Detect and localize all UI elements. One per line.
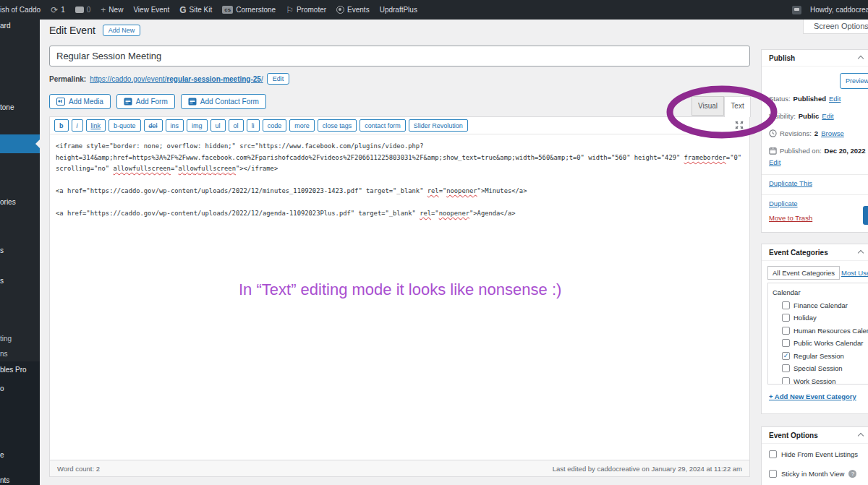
post-title-input[interactable] <box>49 46 750 66</box>
published-edit-link[interactable]: Edit <box>769 158 780 166</box>
admin-bar-site-name[interactable]: ish of Caddo <box>0 6 41 14</box>
comments-icon <box>75 7 84 13</box>
notification-chat-icon[interactable] <box>792 6 801 14</box>
option-checkbox[interactable] <box>769 450 777 458</box>
distraction-free-expand-icon[interactable] <box>734 120 744 130</box>
add-form-button[interactable]: Add Form <box>116 94 175 109</box>
category-checkbox[interactable] <box>782 301 790 309</box>
word-count-label: Word count: <box>57 465 94 473</box>
admin-bar-promoter[interactable]: ⚐Promoter <box>286 6 326 14</box>
sidebar-item-1[interactable]: s <box>0 246 4 254</box>
publish-panel: Publish Preview Changes Status: Publishe… <box>761 49 868 233</box>
admin-bar-cornerstone[interactable]: csCornerstone <box>222 6 276 14</box>
misspelled-word: rel <box>420 210 431 217</box>
collapse-caret-icon[interactable] <box>858 56 864 61</box>
misspelled-word: frameborder <box>684 154 726 161</box>
category-label: Special Session <box>793 364 843 372</box>
category-checkbox[interactable] <box>782 377 790 385</box>
admin-bar-comments[interactable]: 0 <box>75 6 91 14</box>
sidebar-item-cornerstone[interactable]: tone <box>0 103 14 111</box>
quicktag-img[interactable]: img <box>187 119 208 132</box>
code-line: <a href="https://caddo.gov/wp-content/up… <box>56 186 744 197</box>
misspelled-word: noopener <box>446 187 477 194</box>
sidebar-item-3[interactable]: ting <box>0 335 12 343</box>
sidebar-item-active[interactable] <box>0 134 40 153</box>
visibility-edit-link[interactable]: Edit <box>822 112 833 120</box>
status-edit-link[interactable]: Edit <box>829 95 841 103</box>
editor-container: bilinkb-quotedelinsimgulollicodemoreclos… <box>49 116 750 477</box>
category-label: Public Works Calendar <box>793 339 863 347</box>
quicktag-b-quote[interactable]: b-quote <box>109 119 141 132</box>
updraftplus-label: UpdraftPlus <box>380 6 417 14</box>
site-name-label: ish of Caddo <box>0 6 41 14</box>
code-line <box>56 175 744 186</box>
admin-bar-events[interactable]: Events <box>336 6 370 14</box>
quicktag-ol[interactable]: ol <box>229 119 244 132</box>
sidebar-item-2[interactable]: s <box>0 277 4 285</box>
sidebar-item-6[interactable]: e <box>0 451 4 459</box>
option-label: Sticky in Month View <box>781 470 844 478</box>
permalink-edit-button[interactable]: Edit <box>267 73 290 85</box>
move-to-trash-link[interactable]: Move to Trash <box>769 214 812 222</box>
quicktag-link[interactable]: link <box>86 119 106 132</box>
quicktag-i[interactable]: i <box>72 119 83 132</box>
duplicate-link[interactable]: Duplicate <box>769 199 798 207</box>
quicktag-Slider-Revolution[interactable]: Slider Revolution <box>409 119 468 132</box>
code-line: <a href="https://caddo.gov/wp-content/up… <box>56 208 744 220</box>
category-checkbox[interactable] <box>782 314 790 322</box>
option-checkbox[interactable] <box>769 470 777 478</box>
preview-changes-button[interactable]: Preview Changes <box>840 73 868 89</box>
help-icon[interactable]: ? <box>848 470 856 478</box>
tab-text[interactable]: Text <box>724 96 751 117</box>
quicktag-ul[interactable]: ul <box>210 119 226 132</box>
admin-bar-updates[interactable]: ⟳1 <box>51 6 65 14</box>
tab-visual[interactable]: Visual <box>692 96 724 116</box>
permalink-link[interactable]: https://caddo.gov/event/regular-session-… <box>90 75 263 83</box>
screen-options-tab[interactable]: Screen Options <box>803 20 868 34</box>
collapse-caret-icon[interactable] <box>858 433 864 439</box>
option-row-hide-from-event-listings: Hide From Event Listings <box>769 450 858 458</box>
quicktag-ins[interactable]: ins <box>166 119 184 132</box>
promoter-label: Promoter <box>297 6 326 14</box>
tab-most-used[interactable]: Most Used <box>841 269 868 277</box>
permalink-label: Permalink: <box>49 75 86 83</box>
editor-textarea[interactable]: <iframe style="border: none; overflow: h… <box>50 135 749 461</box>
quicktag-close-tags[interactable]: close tags <box>318 119 357 132</box>
admin-bar-howdy[interactable]: Howdy, caddocreative <box>810 6 868 14</box>
permalink-base: https://caddo.gov/event/ <box>90 75 166 83</box>
admin-bar-site-kit[interactable]: GSite Kit <box>179 5 212 15</box>
add-form-label: Add Form <box>136 98 168 106</box>
quicktag-code[interactable]: code <box>263 119 287 132</box>
category-checkbox[interactable] <box>782 364 790 372</box>
sidebar-item-7[interactable]: nts <box>0 476 9 484</box>
admin-bar-new[interactable]: +New <box>101 6 123 14</box>
add-contact-form-button[interactable]: Add Contact Form <box>181 94 266 109</box>
add-new-button[interactable]: Add New <box>103 25 141 36</box>
revisions-browse-link[interactable]: Browse <box>821 129 844 137</box>
sidebar-item-5[interactable]: o <box>0 385 4 392</box>
visibility-value: Public <box>799 112 820 120</box>
category-checkbox[interactable] <box>782 339 790 347</box>
option-label: Hide From Event Listings <box>781 450 858 458</box>
quicktag-contact-form[interactable]: contact form <box>359 119 406 132</box>
quicktags-toolbar: bilinkb-quotedelinsimgulollicodemoreclos… <box>50 117 749 134</box>
category-label: Human Resources Calendar <box>793 327 868 335</box>
quicktag-li[interactable]: li <box>247 119 260 132</box>
category-checkbox[interactable] <box>782 327 790 335</box>
sidebar-item-dashboard[interactable]: ard <box>0 22 10 30</box>
add-media-button[interactable]: Add Media <box>49 94 111 109</box>
admin-bar-view-event[interactable]: View Event <box>133 6 169 14</box>
quicktag-more[interactable]: more <box>289 119 315 132</box>
admin-bar-updraftplus[interactable]: UpdraftPlus <box>380 6 417 14</box>
sidebar-item-tables-pro[interactable]: bles Pro <box>0 366 27 374</box>
sidebar-item-4[interactable]: ns <box>0 350 8 358</box>
update-button[interactable] <box>863 206 868 225</box>
quicktag-b[interactable]: b <box>54 119 69 132</box>
duplicate-this-link[interactable]: Duplicate This <box>769 179 812 187</box>
quicktag-del[interactable]: del <box>144 119 163 132</box>
collapse-caret-icon[interactable] <box>858 250 864 256</box>
category-checkbox[interactable]: ✓ <box>782 352 790 360</box>
tab-all-event-categories[interactable]: All Event Categories <box>767 266 840 280</box>
add-new-event-category-link[interactable]: + Add New Event Category <box>769 392 856 400</box>
sidebar-item-categories[interactable]: ories <box>0 198 16 206</box>
